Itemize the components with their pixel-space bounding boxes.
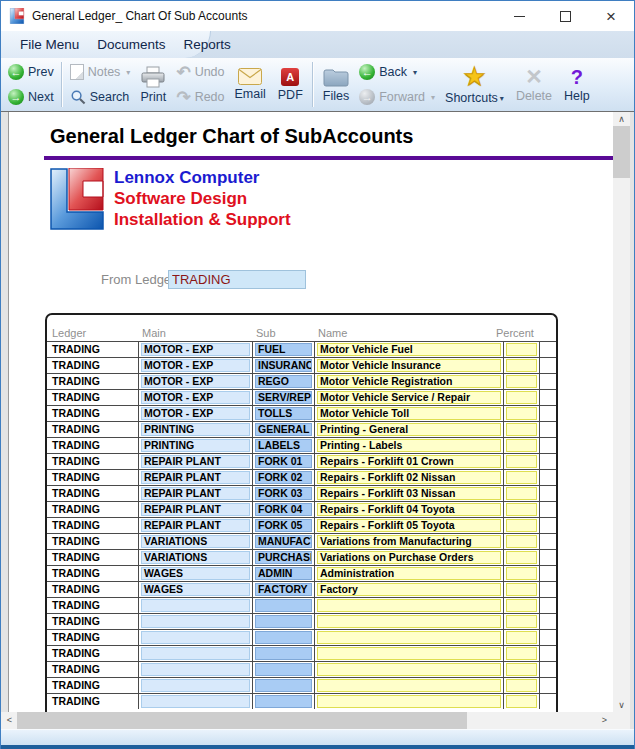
cell-percent[interactable] <box>504 374 540 389</box>
forward-button[interactable]: → Forward ▾ <box>355 85 439 110</box>
cell-percent[interactable] <box>504 422 540 437</box>
prev-button[interactable]: ← Prev <box>4 60 58 85</box>
cell-sub[interactable]: TOLLS <box>253 406 315 421</box>
table-row[interactable]: TRADINGMOTOR - EXPTOLLSMotor Vehicle Tol… <box>47 405 556 421</box>
redo-button[interactable]: ↷ Redo <box>172 85 228 110</box>
scroll-left-arrow-icon[interactable]: < <box>1 712 18 729</box>
cell-main[interactable]: REPAIR PLANT <box>139 470 253 485</box>
table-row[interactable]: TRADINGREPAIR PLANTFORK 03Repairs - Fork… <box>47 485 556 501</box>
help-button[interactable]: ? Help <box>558 59 596 110</box>
scroll-right-arrow-icon[interactable]: > <box>596 712 613 729</box>
close-button[interactable]: × <box>588 1 634 31</box>
from-ledger-input[interactable] <box>168 270 306 289</box>
print-button[interactable]: Print <box>134 59 172 110</box>
email-button[interactable]: Email <box>229 59 272 110</box>
cell-main[interactable] <box>139 630 253 645</box>
cell-ledger[interactable]: TRADING <box>47 566 139 581</box>
cell-name[interactable]: Variations on Purchase Orders <box>315 550 504 565</box>
next-button[interactable]: → Next <box>4 85 58 110</box>
cell-sub[interactable]: FORK 05 <box>253 518 315 533</box>
cell-sub[interactable] <box>253 646 315 661</box>
cell-sub[interactable]: FUEL <box>253 342 315 357</box>
cell-ledger[interactable]: TRADING <box>47 550 139 565</box>
cell-ledger[interactable]: TRADING <box>47 694 139 709</box>
horizontal-scrollbar[interactable]: < > <box>1 712 613 729</box>
cell-sub[interactable]: ADMIN <box>253 566 315 581</box>
search-button[interactable]: Search <box>66 85 135 110</box>
menu-file[interactable]: File Menu <box>11 37 88 52</box>
cell-sub[interactable]: LABELS <box>253 438 315 453</box>
cell-ledger[interactable]: TRADING <box>47 438 139 453</box>
cell-percent[interactable] <box>504 518 540 533</box>
cell-name[interactable]: Motor Vehicle Toll <box>315 406 504 421</box>
cell-sub[interactable]: INSURANC <box>253 358 315 373</box>
cell-main[interactable]: WAGES <box>139 566 253 581</box>
cell-ledger[interactable]: TRADING <box>47 678 139 693</box>
cell-percent[interactable] <box>504 390 540 405</box>
cell-sub[interactable]: PURCHASE <box>253 550 315 565</box>
cell-percent[interactable] <box>504 470 540 485</box>
menu-reports[interactable]: Reports <box>175 37 240 52</box>
cell-ledger[interactable]: TRADING <box>47 518 139 533</box>
cell-main[interactable] <box>139 694 253 709</box>
cell-name[interactable]: Repairs - Forklift 05 Toyota <box>315 518 504 533</box>
cell-ledger[interactable]: TRADING <box>47 422 139 437</box>
cell-percent[interactable] <box>504 614 540 629</box>
cell-ledger[interactable]: TRADING <box>47 582 139 597</box>
cell-name[interactable] <box>315 598 504 613</box>
back-button[interactable]: ← Back ▾ <box>355 60 439 85</box>
pdf-button[interactable]: A PDF <box>272 59 309 110</box>
cell-percent[interactable] <box>504 454 540 469</box>
cell-sub[interactable]: GENERAL <box>253 422 315 437</box>
cell-main[interactable]: WAGES <box>139 582 253 597</box>
cell-main[interactable]: REPAIR PLANT <box>139 518 253 533</box>
cell-percent[interactable] <box>504 406 540 421</box>
cell-ledger[interactable]: TRADING <box>47 454 139 469</box>
cell-ledger[interactable]: TRADING <box>47 534 139 549</box>
cell-name[interactable]: Printing - Labels <box>315 438 504 453</box>
table-row[interactable]: TRADINGMOTOR - EXPREGOMotor Vehicle Regi… <box>47 373 556 389</box>
cell-name[interactable]: Motor Vehicle Fuel <box>315 342 504 357</box>
cell-name[interactable]: Factory <box>315 582 504 597</box>
cell-sub[interactable]: FORK 04 <box>253 502 315 517</box>
cell-name[interactable]: Repairs - Forklift 03 Nissan <box>315 486 504 501</box>
table-row[interactable]: TRADINGMOTOR - EXPSERV/REPMotor Vehicle … <box>47 389 556 405</box>
cell-name[interactable]: Repairs - Forklift 04 Toyota <box>315 502 504 517</box>
cell-sub[interactable]: REGO <box>253 374 315 389</box>
cell-main[interactable]: REPAIR PLANT <box>139 502 253 517</box>
notes-button[interactable]: Notes ▾ <box>66 60 135 85</box>
cell-main[interactable]: MOTOR - EXP <box>139 358 253 373</box>
delete-button[interactable]: ✕ Delete <box>510 59 558 110</box>
table-row[interactable]: TRADINGMOTOR - EXPINSURANCMotor Vehicle … <box>47 357 556 373</box>
table-row[interactable]: TRADING <box>47 693 556 709</box>
cell-ledger[interactable]: TRADING <box>47 614 139 629</box>
cell-ledger[interactable]: TRADING <box>47 630 139 645</box>
cell-main[interactable] <box>139 662 253 677</box>
cell-sub[interactable] <box>253 694 315 709</box>
cell-main[interactable]: MOTOR - EXP <box>139 374 253 389</box>
table-row[interactable]: TRADINGVARIATIONSMANUFACTVariations from… <box>47 533 556 549</box>
cell-main[interactable] <box>139 646 253 661</box>
table-row[interactable]: TRADINGMOTOR - EXPFUELMotor Vehicle Fuel <box>47 341 556 357</box>
cell-sub[interactable]: FORK 02 <box>253 470 315 485</box>
table-row[interactable]: TRADINGREPAIR PLANTFORK 02Repairs - Fork… <box>47 469 556 485</box>
table-row[interactable]: TRADINGREPAIR PLANTFORK 05Repairs - Fork… <box>47 517 556 533</box>
files-button[interactable]: Files <box>317 59 355 110</box>
cell-ledger[interactable]: TRADING <box>47 358 139 373</box>
cell-percent[interactable] <box>504 662 540 677</box>
cell-percent[interactable] <box>504 358 540 373</box>
cell-main[interactable]: MOTOR - EXP <box>139 390 253 405</box>
cell-ledger[interactable]: TRADING <box>47 374 139 389</box>
cell-ledger[interactable]: TRADING <box>47 470 139 485</box>
cell-sub[interactable]: FORK 01 <box>253 454 315 469</box>
cell-sub[interactable] <box>253 662 315 677</box>
cell-sub[interactable] <box>253 630 315 645</box>
cell-sub[interactable]: MANUFACT <box>253 534 315 549</box>
cell-ledger[interactable]: TRADING <box>47 342 139 357</box>
maximize-button[interactable] <box>542 1 588 31</box>
undo-button[interactable]: ↶ Undo <box>172 60 228 85</box>
menu-documents[interactable]: Documents <box>88 37 174 52</box>
cell-name[interactable]: Administration <box>315 566 504 581</box>
scroll-up-arrow-icon[interactable]: ∧ <box>613 112 630 126</box>
cell-ledger[interactable]: TRADING <box>47 502 139 517</box>
